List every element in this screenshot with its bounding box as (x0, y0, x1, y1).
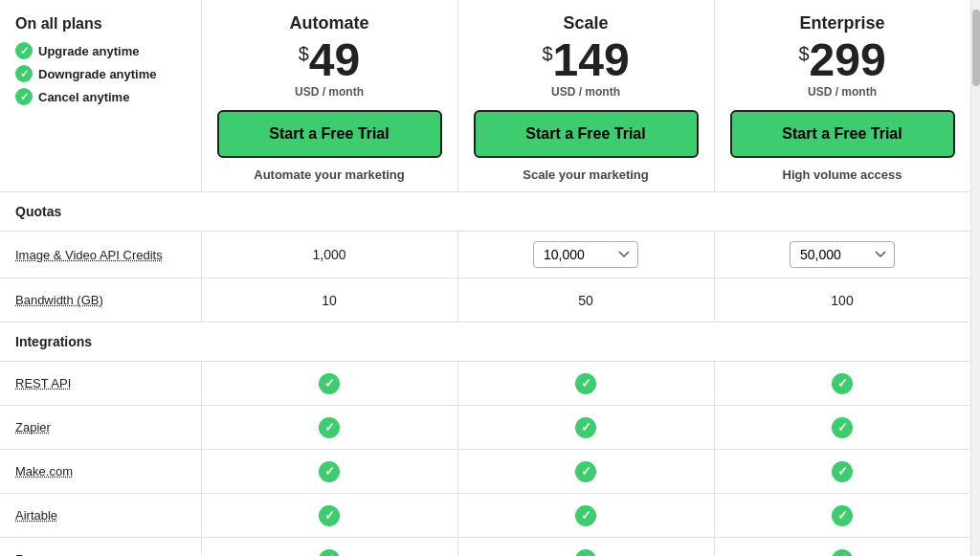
plan-automate-trial-button[interactable]: Start a Free Trial (217, 110, 442, 158)
check-icon: ✓ (15, 88, 33, 105)
quota-value: 50 (578, 293, 593, 308)
quota-value: 1,000 (312, 247, 345, 262)
feature-value-0: ✓ (201, 406, 457, 450)
feature-value-2: ✓ (714, 538, 970, 557)
feature-value-0: ✓ (201, 538, 457, 557)
table-row: Airtable✓✓✓ (0, 494, 970, 538)
quota-value: 10 (322, 293, 337, 308)
section-name-0: Quotas (0, 192, 970, 232)
feature-value-1: ✓ (457, 494, 714, 538)
feature-value-1: 50 (457, 278, 714, 322)
benefit-label: Cancel anytime (38, 90, 129, 104)
feature-value-0: ✓ (201, 362, 457, 406)
check-icon: ✓ (575, 461, 596, 482)
plan-enterprise-tagline: High volume access (730, 167, 955, 182)
feature-value-2: ✓ (714, 494, 970, 538)
plan-automate-header: Automate $ 49 USD / month Start a Free T… (201, 0, 457, 192)
check-icon: ✓ (832, 373, 853, 394)
feature-value-1[interactable]: 10,00020,00050,000 (457, 232, 714, 278)
plan-scale-price: 149 (553, 37, 630, 83)
check-icon: ✓ (832, 461, 853, 482)
check-icon: ✓ (832, 549, 853, 557)
plan-enterprise-price: 299 (810, 37, 886, 83)
check-icon: ✓ (575, 417, 596, 438)
feature-value-2: ✓ (714, 362, 970, 406)
feature-label: Forms (0, 538, 201, 557)
check-icon: ✓ (15, 42, 33, 59)
check-icon: ✓ (319, 549, 340, 557)
feature-value-2[interactable]: 50,000100,000200,000 (714, 232, 970, 278)
plan-automate-name: Automate (217, 13, 442, 33)
check-icon: ✓ (832, 505, 853, 526)
check-icon: ✓ (319, 461, 340, 482)
table-row: Bandwidth (GB)1050100 (0, 278, 970, 322)
quota-select[interactable]: 50,000100,000200,000 (790, 241, 895, 268)
plan-enterprise-header: Enterprise $ 299 USD / month Start a Fre… (714, 0, 970, 192)
check-icon: ✓ (575, 505, 596, 526)
scrollbar[interactable] (970, 0, 980, 556)
feature-label: Bandwidth (GB) (0, 278, 201, 322)
feature-value-1: ✓ (457, 450, 714, 494)
plan-scale-header: Scale $ 149 USD / month Start a Free Tri… (457, 0, 714, 192)
feature-value-2: ✓ (714, 406, 970, 450)
feature-value-1: ✓ (457, 538, 714, 557)
plan-scale-unit: USD / month (474, 85, 699, 99)
quota-select[interactable]: 10,00020,00050,000 (533, 241, 638, 268)
plan-scale-tagline: Scale your marketing (474, 167, 699, 182)
check-icon: ✓ (319, 505, 340, 526)
plan-scale-trial-button[interactable]: Start a Free Trial (474, 110, 699, 158)
section-header-1: Integrations (0, 322, 970, 362)
scrollbar-thumb[interactable] (972, 10, 980, 86)
check-icon: ✓ (832, 417, 853, 438)
feature-label: Make.com (0, 450, 201, 494)
table-row: Image & Video API Credits1,00010,00020,0… (0, 232, 970, 278)
plan-enterprise-trial-button[interactable]: Start a Free Trial (730, 110, 955, 158)
section-header-0: Quotas (0, 192, 970, 232)
feature-value-0: ✓ (201, 494, 457, 538)
feature-value-1: ✓ (457, 406, 714, 450)
benefit-item: ✓Upgrade anytime (15, 42, 186, 59)
table-row: Make.com✓✓✓ (0, 450, 970, 494)
check-icon: ✓ (319, 373, 340, 394)
check-icon: ✓ (15, 65, 33, 82)
feature-label: Zapier (0, 406, 201, 450)
benefit-label: Downgrade anytime (38, 67, 157, 81)
check-icon: ✓ (319, 417, 340, 438)
section-name-1: Integrations (0, 322, 970, 362)
feature-label: Airtable (0, 494, 201, 538)
benefit-label: Upgrade anytime (38, 44, 139, 58)
plan-automate-price: 49 (309, 37, 360, 83)
check-icon: ✓ (575, 373, 596, 394)
feature-label: Image & Video API Credits (0, 232, 201, 278)
feature-label: REST API (0, 362, 201, 406)
table-row: Forms✓✓✓ (0, 538, 970, 557)
plan-enterprise-dollar: $ (798, 43, 809, 65)
on-all-plans-label: On all plans (15, 15, 186, 33)
quota-value: 100 (831, 293, 853, 308)
plan-enterprise-name: Enterprise (730, 13, 955, 33)
plan-automate-unit: USD / month (217, 85, 442, 99)
feature-value-0: ✓ (201, 450, 457, 494)
plan-automate-dollar: $ (299, 43, 309, 65)
plan-scale-name: Scale (474, 13, 699, 33)
feature-value-1: ✓ (457, 362, 714, 406)
table-row: REST API✓✓✓ (0, 362, 970, 406)
benefit-item: ✓Downgrade anytime (15, 65, 186, 82)
feature-value-2: 100 (714, 278, 970, 322)
plan-scale-dollar: $ (542, 43, 552, 65)
feature-value-2: ✓ (714, 450, 970, 494)
feature-value-0: 1,000 (201, 232, 457, 278)
check-icon: ✓ (575, 549, 596, 557)
table-row: Zapier✓✓✓ (0, 406, 970, 450)
benefit-item: ✓Cancel anytime (15, 88, 186, 105)
plan-automate-tagline: Automate your marketing (217, 167, 442, 182)
plan-enterprise-unit: USD / month (730, 85, 955, 99)
feature-value-0: 10 (201, 278, 457, 322)
on-all-plans-header: On all plans ✓Upgrade anytime✓Downgrade … (0, 0, 201, 192)
